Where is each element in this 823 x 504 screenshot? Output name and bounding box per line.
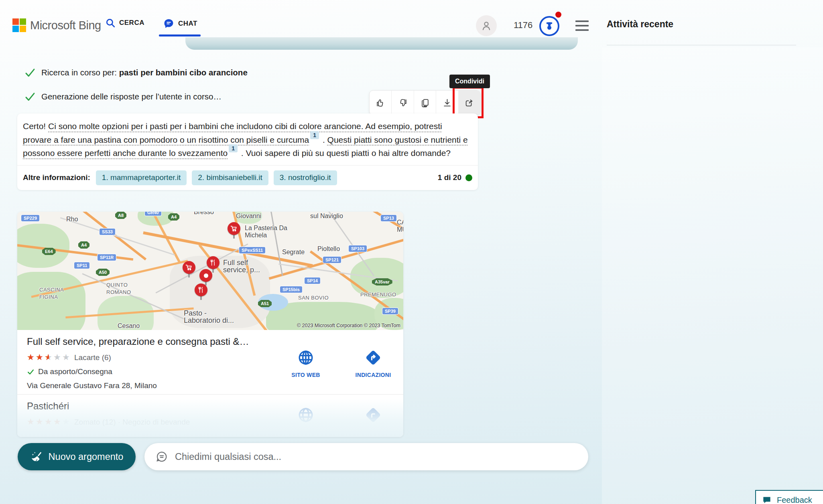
road-badge: SPexSS11	[239, 247, 265, 253]
road-badge: A51	[258, 300, 272, 307]
feedback-label: Feedback	[777, 496, 812, 504]
source-chips: 1. mammapretaporter.it2. bimbisaniebelli…	[96, 170, 342, 185]
source-chip[interactable]: 1. mammapretaporter.it	[96, 170, 187, 185]
citation-badge[interactable]: 1	[310, 131, 319, 139]
profile-avatar[interactable]	[476, 15, 497, 36]
listing-title: Full self service, preparazione e conseg…	[27, 336, 394, 347]
map-place-label: CAMU	[397, 219, 403, 233]
listing-address: Via Generale Gustavo Fara 28, Milano	[27, 381, 394, 390]
new-topic-button[interactable]: Nuovo argomento	[18, 443, 136, 470]
cart-map-pin[interactable]	[183, 261, 196, 279]
star-icon: ★★	[45, 353, 53, 362]
map-place-label: Full selfservice, p...	[223, 259, 260, 273]
directions-button[interactable]: INDICAZIONI	[351, 349, 395, 378]
chat-input[interactable]: Chiedimi qualsiasi cosa...	[144, 443, 588, 470]
map-place-label: QUINTOROMANO	[106, 281, 131, 296]
status-prefix: Ricerca in corso per:	[41, 68, 119, 77]
road-badge: SP121	[323, 257, 341, 263]
chat-prompt-icon	[155, 450, 169, 464]
active-tab-underline	[159, 34, 201, 36]
broom-icon	[30, 450, 43, 463]
feedback-bubble-icon	[762, 495, 772, 504]
rewards-medal-icon[interactable]	[539, 16, 559, 36]
sidebar-divider	[607, 45, 796, 45]
thumbs-down-button[interactable]	[392, 91, 414, 115]
check-icon	[24, 91, 36, 103]
road-badge: SP103	[349, 245, 367, 252]
directions-icon	[365, 349, 382, 366]
star-icon: ★★	[45, 417, 53, 426]
hamburger-menu[interactable]	[575, 20, 589, 34]
microsoft-bing-logo[interactable]: Microsoft Bing	[12, 18, 101, 32]
fork-map-pin[interactable]	[195, 283, 208, 301]
map-place-label: Pasto -Laboratorio di...	[184, 310, 234, 324]
answer-plain-text: . Vuoi sapere di più su questi piatti o …	[239, 148, 451, 158]
map-place-label: CASCINAFIGINA	[39, 286, 64, 301]
status-query: pasti per bambini cibo arancione	[119, 68, 248, 77]
search-icon	[105, 18, 116, 28]
check-icon	[27, 368, 35, 376]
map-place-label: La Pasteria DaMichela	[245, 225, 287, 239]
status-line-generating: Generazione delle risposte per l’utente …	[24, 91, 221, 103]
check-icon	[24, 67, 36, 79]
star-rating: ★★★★★★★★★★	[27, 353, 71, 362]
map-place-label: PREMENUGO	[360, 291, 396, 298]
listing-actions: SITO WEB INDICAZIONI	[284, 349, 395, 378]
status-generating-text: Generazione delle risposte per l’utente …	[41, 92, 221, 101]
answer-plain-text: .	[320, 135, 327, 144]
cart-map-pin[interactable]	[228, 222, 241, 240]
answer-plain-text: Certo!	[23, 121, 48, 131]
rewards-points[interactable]: 1176	[514, 20, 532, 30]
share-button[interactable]	[459, 91, 480, 115]
status-line-search: Ricerca in corso per: pasti per bambini …	[24, 67, 248, 79]
map-place-label: Rho	[66, 216, 78, 223]
thumbs-up-button[interactable]	[370, 91, 392, 115]
download-button[interactable]	[436, 91, 458, 115]
source-chip[interactable]: 3. nostrofiglio.it	[274, 170, 337, 185]
listing-item-1[interactable]: Full self service, preparazione e conseg…	[17, 330, 403, 394]
road-badge: A50	[96, 269, 110, 276]
star-icon: ★★	[27, 353, 36, 362]
map-place-label: Giovanni	[236, 213, 261, 220]
sidebar-title: Attività recente	[607, 19, 673, 30]
chat-input-placeholder: Chiedimi qualsiasi cosa...	[175, 451, 281, 462]
map-canvas[interactable]: © 2023 Microsoft Corporation © 2023 TomT…	[17, 212, 403, 330]
brand-text: Microsoft Bing	[30, 19, 101, 32]
star-icon: ★★	[62, 353, 71, 362]
star-icon: ★★	[62, 417, 71, 426]
source-chip[interactable]: 2. bimbisaniebelli.it	[192, 170, 268, 185]
new-topic-label: Nuovo argomento	[49, 451, 124, 462]
website-button[interactable]	[284, 407, 328, 423]
copy-button[interactable]	[414, 91, 436, 115]
directions-icon	[365, 407, 382, 423]
user-message-bubble	[185, 37, 578, 50]
map-place-label: Pioltello	[317, 245, 340, 253]
star-rating: ★★★★★★★★★★	[27, 417, 71, 427]
road-badge: SP11R	[98, 254, 116, 261]
map-place-label: CesanoBoscone	[118, 322, 142, 330]
feedback-button[interactable]: Feedback	[755, 490, 823, 504]
listing-actions	[284, 407, 395, 423]
tab-search-label: CERCA	[119, 19, 144, 27]
road-badge: SP13	[381, 215, 396, 221]
answer-toolbar	[369, 90, 481, 115]
road-badge: SP15bis	[280, 286, 302, 293]
star-icon: ★★	[36, 417, 45, 426]
listing-service-text: Da asporto/Consegna	[38, 367, 112, 376]
citation-badge[interactable]: 1	[229, 144, 238, 152]
share-tooltip: Condividi	[449, 75, 490, 88]
star-icon: ★★	[27, 417, 36, 426]
tab-search[interactable]: CERCA	[105, 18, 144, 28]
website-button[interactable]: SITO WEB	[284, 349, 328, 378]
globe-icon	[297, 407, 314, 423]
road-badge: A8	[115, 212, 126, 219]
tab-chat[interactable]: CHAT	[163, 18, 197, 29]
road-badge: E64	[42, 248, 56, 255]
star-icon: ★★	[36, 353, 45, 362]
listing-item-2[interactable]: Pastichéri ★★★★★★★★★★ Zomato (12) · Nego…	[17, 395, 403, 436]
directions-button[interactable]	[351, 407, 395, 423]
listing-review-source: Zomato (12) · Negozio di bevande	[74, 418, 190, 427]
bing-chat-page: Microsoft Bing CERCA CHAT 1176 Attività …	[0, 0, 823, 504]
globe-icon	[297, 349, 314, 366]
pagination-dot	[465, 174, 472, 181]
